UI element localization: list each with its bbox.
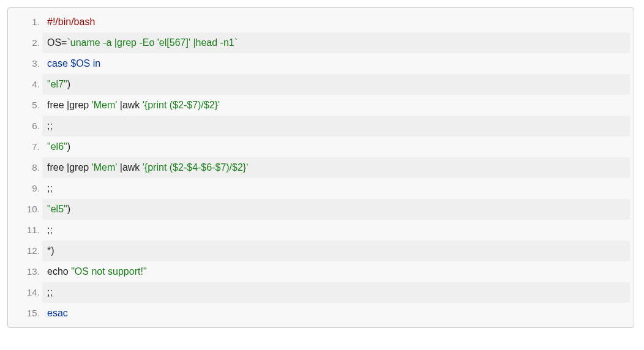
- code-line: echo "OS not support!": [42, 261, 630, 282]
- code-token: $OS: [70, 58, 90, 69]
- code-token: "OS not support!": [71, 266, 146, 277]
- code-token: "el7": [47, 79, 67, 89]
- code-token: ): [67, 141, 70, 152]
- code-line: OS=`uname -a |grep -Eo 'el[567]' |head -…: [42, 32, 630, 53]
- code-token: |awk: [117, 162, 143, 173]
- code-line: ;;: [42, 220, 630, 240]
- code-line: #!/bin/bash: [42, 12, 630, 32]
- code-token: echo: [47, 266, 71, 277]
- code-line: free |grep 'Mem' |awk '{print ($2-$7)/$2…: [42, 95, 630, 116]
- code-token: case: [47, 58, 68, 69]
- code-token: ;;: [47, 225, 53, 235]
- code-token: `uname -a |grep -Eo 'el[567]' |head -n1`: [67, 37, 238, 48]
- code-line: "el5"): [42, 199, 630, 220]
- code-token: #!/bin/bash: [47, 17, 95, 27]
- code-line: *): [42, 240, 630, 261]
- code-line: ;;: [42, 282, 630, 303]
- code-token: OS=: [47, 37, 67, 48]
- code-block: #!/bin/bashOS=`uname -a |grep -Eo 'el[56…: [7, 7, 634, 328]
- code-list: #!/bin/bashOS=`uname -a |grep -Eo 'el[56…: [12, 12, 630, 324]
- code-line: ;;: [42, 178, 630, 199]
- code-line: ;;: [42, 116, 630, 136]
- code-token: esac: [47, 308, 68, 318]
- code-token: *): [47, 245, 54, 256]
- code-line: esac: [42, 303, 630, 324]
- code-token: ): [67, 204, 70, 214]
- code-token: 'Mem': [92, 162, 118, 173]
- code-line: case $OS in: [42, 53, 630, 74]
- code-token: ): [67, 79, 70, 89]
- code-token: 'Mem': [92, 100, 118, 110]
- code-token: free |grep: [47, 100, 92, 110]
- code-line: "el6"): [42, 136, 630, 157]
- code-token: "el6": [47, 141, 67, 152]
- code-token: in: [93, 58, 100, 69]
- code-token: free |grep: [47, 162, 92, 173]
- code-token: ;;: [47, 121, 53, 131]
- code-token: ;;: [47, 183, 53, 193]
- code-token: "el5": [47, 204, 67, 214]
- code-token: '{print ($2-$4-$6-$7)/$2}': [143, 162, 248, 173]
- code-line: "el7"): [42, 74, 630, 95]
- code-token: ;;: [47, 287, 53, 297]
- code-token: |awk: [117, 100, 143, 110]
- code-token: '{print ($2-$7)/$2}': [143, 100, 220, 110]
- code-line: free |grep 'Mem' |awk '{print ($2-$4-$6-…: [42, 157, 630, 178]
